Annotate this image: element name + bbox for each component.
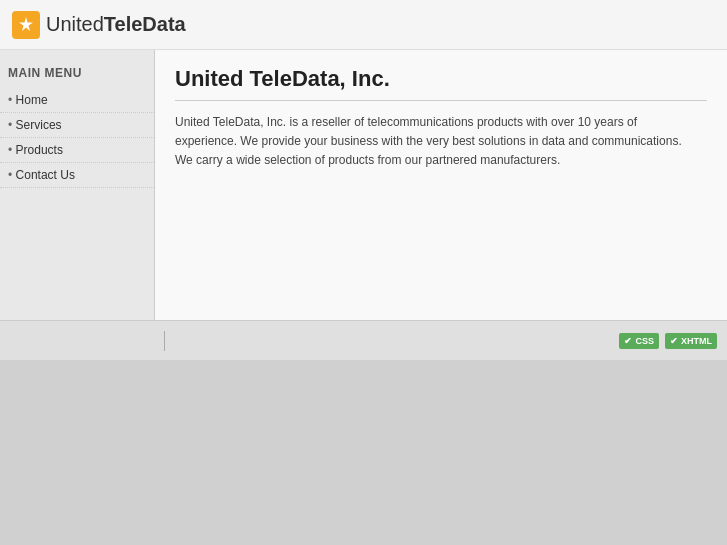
css-check-icon: ✔ (624, 336, 632, 346)
sidebar-item-services[interactable]: Services (0, 113, 154, 138)
footer-spacer (10, 331, 613, 351)
below-footer (0, 360, 727, 440)
content-area: United TeleData, Inc. United TeleData, I… (155, 50, 727, 320)
page-body: United TeleData, Inc. is a reseller of t… (175, 113, 695, 171)
logo-icon (12, 11, 40, 39)
xhtml-badge-label: XHTML (681, 336, 712, 346)
xhtml-validator-badge[interactable]: ✔ XHTML (665, 333, 717, 349)
logo: UnitedTeleData (12, 11, 186, 39)
sidebar-item-contact[interactable]: Contact Us (0, 163, 154, 188)
main-wrapper: MAIN MENU Home Services Products Contact… (0, 50, 727, 320)
nav-menu: Home Services Products Contact Us (0, 88, 154, 188)
sidebar-item-products[interactable]: Products (0, 138, 154, 163)
css-badge-label: CSS (635, 336, 654, 346)
logo-text-regular: United (46, 13, 104, 35)
sidebar-title: MAIN MENU (0, 62, 154, 88)
logo-text: UnitedTeleData (46, 13, 186, 36)
sidebar-item-home[interactable]: Home (0, 88, 154, 113)
sidebar: MAIN MENU Home Services Products Contact… (0, 50, 155, 320)
footer-bar: ✔ CSS ✔ XHTML (0, 320, 727, 360)
header: UnitedTeleData (0, 0, 727, 50)
footer-vertical-line (164, 331, 165, 351)
xhtml-check-icon: ✔ (670, 336, 678, 346)
page-title: United TeleData, Inc. (175, 66, 707, 101)
logo-text-bold: TeleData (104, 13, 186, 35)
css-validator-badge[interactable]: ✔ CSS (619, 333, 659, 349)
